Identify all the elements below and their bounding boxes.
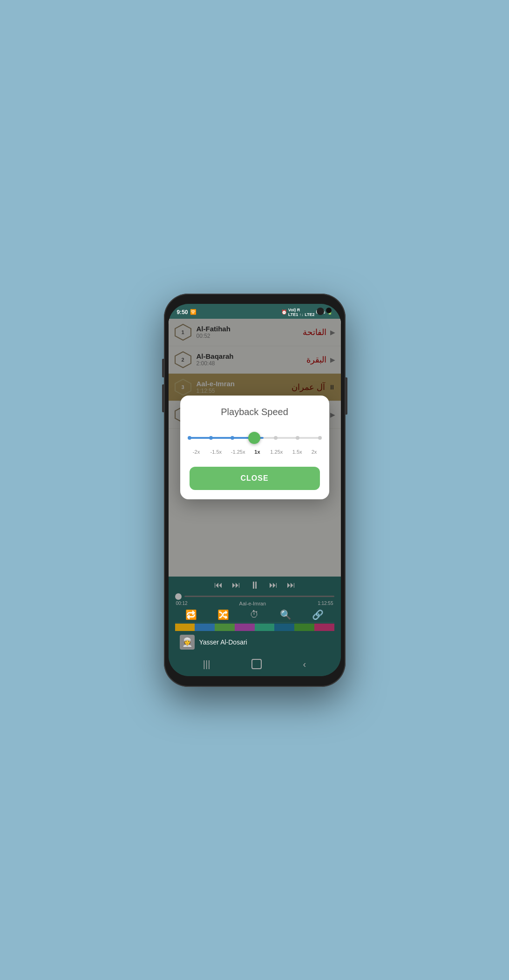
color-strip-8 (314, 624, 334, 631)
reader-avatar: 👳 (180, 635, 195, 650)
camera-notch (317, 308, 332, 315)
speed-icon[interactable]: ⏱ (250, 609, 259, 620)
speed-label-n125x: -1.25x (229, 449, 247, 455)
speed-dot-n15x (209, 436, 213, 440)
phone-frame: 9:50 🛜 ⏰ VoI) RLTE1 ↑↓ LTE2 67% 🔋 1 Al-F… (164, 294, 346, 687)
speed-label-125x: 1.25x (267, 449, 286, 455)
search-icon[interactable]: 🔍 (280, 609, 292, 620)
speed-label-1x: 1x (251, 449, 263, 455)
next-icon[interactable]: ⏭ (287, 580, 295, 590)
color-strip-5 (255, 624, 275, 631)
repeat-icon[interactable]: 🔁 (185, 609, 197, 620)
skip-forward-icon[interactable]: ⏭ (269, 580, 278, 590)
prev-icon[interactable]: ⏮ (214, 580, 223, 590)
player-actions-row: 🔁 🔀 ⏱ 🔍 🔗 (175, 606, 334, 623)
skip-back-icon[interactable]: ⏭ (232, 580, 240, 590)
wifi-icon: 🛜 (190, 309, 197, 315)
progress-row (175, 593, 334, 600)
speed-slider-thumb[interactable] (248, 432, 260, 444)
color-bar (175, 624, 334, 631)
time-elapsed: 00:12 (176, 601, 188, 606)
speed-label-n15x: -1.5x (208, 449, 224, 455)
playback-speed-modal: Playback Speed (180, 396, 329, 499)
share-icon[interactable]: 🔗 (312, 609, 324, 620)
volume-up-button[interactable] (162, 384, 164, 412)
reader-row: 👳 Yasser Al-Dosari (175, 632, 334, 652)
signal-text: VoI) RLTE1 ↑↓ LTE2 (288, 308, 315, 317)
progress-dot (175, 593, 182, 600)
status-time: 9:50 (177, 309, 188, 315)
modal-title: Playback Speed (190, 407, 320, 417)
nav-recent-apps[interactable]: ||| (203, 659, 210, 670)
camera-lens-main (317, 308, 324, 315)
nav-home[interactable] (251, 659, 262, 669)
modal-overlay: Playback Speed (169, 319, 341, 577)
nav-bar: ||| ‹ (169, 654, 341, 676)
color-strip-2 (195, 624, 215, 631)
nav-back[interactable]: ‹ (303, 659, 306, 670)
color-strip-4 (235, 624, 255, 631)
surah-list: 1 Al-Fatihah 00:52 الفاتحة ▶ 2 Al-Baqara… (169, 319, 341, 577)
speed-label-n2x: -2x (190, 449, 204, 455)
volume-down-button[interactable] (162, 359, 164, 377)
speed-slider-container[interactable]: -2x -1.5x -1.25x 1x 1.25x 1.5x 2x (190, 430, 320, 455)
camera-lens-secondary (326, 308, 332, 313)
color-strip-6 (274, 624, 294, 631)
speed-dot-2x (318, 436, 322, 440)
close-button[interactable]: CLOSE (190, 467, 320, 490)
speed-dot-n2x (188, 436, 191, 440)
speed-dot-15x (296, 436, 299, 440)
player-bar: ⏮ ⏭ ⏸ ⏭ ⏭ 00:12 Aal-e-Imran 1:12:55 🔁 🔀 (169, 577, 341, 654)
color-strip-1 (175, 624, 195, 631)
color-strip-7 (294, 624, 314, 631)
status-bar: 9:50 🛜 ⏰ VoI) RLTE1 ↑↓ LTE2 67% 🔋 (169, 304, 341, 319)
reader-name: Yasser Al-Dosari (199, 638, 247, 646)
alarm-icon: ⏰ (281, 309, 287, 315)
time-total: 1:12:55 (318, 601, 333, 606)
phone-screen: 9:50 🛜 ⏰ VoI) RLTE1 ↑↓ LTE2 67% 🔋 1 Al-F… (169, 304, 341, 676)
status-left: 9:50 🛜 (177, 309, 197, 315)
play-pause-icon[interactable]: ⏸ (250, 579, 260, 591)
color-strip-3 (215, 624, 235, 631)
speed-label-2x: 2x (308, 449, 319, 455)
speed-label-15x: 1.5x (290, 449, 304, 455)
power-button[interactable] (346, 377, 347, 415)
speed-dot-125x (274, 436, 278, 440)
current-track: Aal-e-Imran (239, 601, 266, 606)
player-controls-row: ⏮ ⏭ ⏸ ⏭ ⏭ (175, 579, 334, 591)
shuffle-icon[interactable]: 🔀 (217, 609, 229, 620)
time-row: 00:12 Aal-e-Imran 1:12:55 (175, 601, 334, 606)
speed-dot-n125x (231, 436, 234, 440)
progress-track[interactable] (184, 596, 334, 597)
